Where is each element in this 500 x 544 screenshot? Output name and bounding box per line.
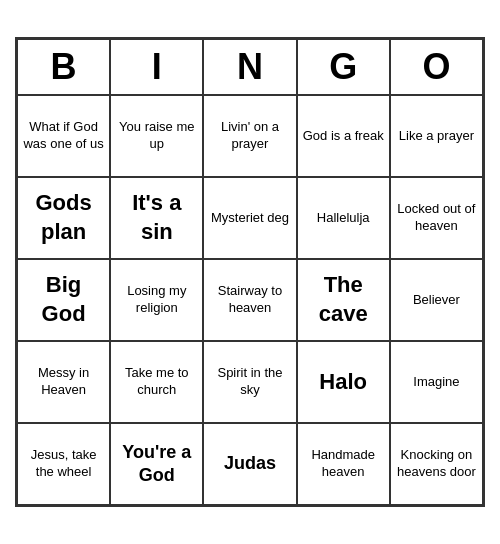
- bingo-cell-text-6: It's a sin: [115, 189, 198, 246]
- bingo-cell-text-7: Mysteriet deg: [211, 210, 289, 227]
- bingo-card: BINGO What if God was one of usYou raise…: [15, 37, 485, 507]
- bingo-cell-text-15: Messy in Heaven: [22, 365, 105, 399]
- bingo-grid: What if God was one of usYou raise me up…: [17, 95, 483, 505]
- bingo-cell-21[interactable]: You're a God: [110, 423, 203, 505]
- bingo-cell-text-5: Gods plan: [22, 189, 105, 246]
- bingo-cell-22[interactable]: Judas: [203, 423, 296, 505]
- bingo-cell-7[interactable]: Mysteriet deg: [203, 177, 296, 259]
- bingo-header: BINGO: [17, 39, 483, 95]
- bingo-cell-4[interactable]: Like a prayer: [390, 95, 483, 177]
- bingo-cell-text-11: Losing my religion: [115, 283, 198, 317]
- bingo-cell-text-14: Believer: [413, 292, 460, 309]
- bingo-cell-text-9: Locked out of heaven: [395, 201, 478, 235]
- bingo-cell-9[interactable]: Locked out of heaven: [390, 177, 483, 259]
- bingo-letter-b: B: [17, 39, 110, 95]
- bingo-cell-19[interactable]: Imagine: [390, 341, 483, 423]
- bingo-cell-23[interactable]: Handmade heaven: [297, 423, 390, 505]
- bingo-cell-text-8: Hallelulja: [317, 210, 370, 227]
- bingo-cell-17[interactable]: Spirit in the sky: [203, 341, 296, 423]
- bingo-cell-1[interactable]: You raise me up: [110, 95, 203, 177]
- bingo-cell-text-4: Like a prayer: [399, 128, 474, 145]
- bingo-cell-text-20: Jesus, take the wheel: [22, 447, 105, 481]
- bingo-cell-text-10: Big God: [22, 271, 105, 328]
- bingo-letter-g: G: [297, 39, 390, 95]
- bingo-cell-5[interactable]: Gods plan: [17, 177, 110, 259]
- bingo-cell-13[interactable]: The cave: [297, 259, 390, 341]
- bingo-cell-8[interactable]: Hallelulja: [297, 177, 390, 259]
- bingo-cell-15[interactable]: Messy in Heaven: [17, 341, 110, 423]
- bingo-cell-2[interactable]: Livin' on a prayer: [203, 95, 296, 177]
- bingo-cell-text-18: Halo: [319, 368, 367, 397]
- bingo-cell-text-13: The cave: [302, 271, 385, 328]
- bingo-cell-0[interactable]: What if God was one of us: [17, 95, 110, 177]
- bingo-letter-n: N: [203, 39, 296, 95]
- bingo-cell-10[interactable]: Big God: [17, 259, 110, 341]
- bingo-cell-text-22: Judas: [224, 452, 276, 475]
- bingo-cell-6[interactable]: It's a sin: [110, 177, 203, 259]
- bingo-cell-24[interactable]: Knocking on heavens door: [390, 423, 483, 505]
- bingo-cell-text-23: Handmade heaven: [302, 447, 385, 481]
- bingo-cell-11[interactable]: Losing my religion: [110, 259, 203, 341]
- bingo-cell-text-12: Stairway to heaven: [208, 283, 291, 317]
- bingo-cell-text-24: Knocking on heavens door: [395, 447, 478, 481]
- bingo-cell-18[interactable]: Halo: [297, 341, 390, 423]
- bingo-letter-o: O: [390, 39, 483, 95]
- bingo-cell-16[interactable]: Take me to church: [110, 341, 203, 423]
- bingo-cell-text-0: What if God was one of us: [22, 119, 105, 153]
- bingo-cell-3[interactable]: God is a freak: [297, 95, 390, 177]
- bingo-cell-text-19: Imagine: [413, 374, 459, 391]
- bingo-cell-text-2: Livin' on a prayer: [208, 119, 291, 153]
- bingo-cell-text-1: You raise me up: [115, 119, 198, 153]
- bingo-cell-20[interactable]: Jesus, take the wheel: [17, 423, 110, 505]
- bingo-cell-text-3: God is a freak: [303, 128, 384, 145]
- bingo-cell-text-21: You're a God: [115, 441, 198, 488]
- bingo-cell-text-16: Take me to church: [115, 365, 198, 399]
- bingo-letter-i: I: [110, 39, 203, 95]
- bingo-cell-text-17: Spirit in the sky: [208, 365, 291, 399]
- bingo-cell-14[interactable]: Believer: [390, 259, 483, 341]
- bingo-cell-12[interactable]: Stairway to heaven: [203, 259, 296, 341]
